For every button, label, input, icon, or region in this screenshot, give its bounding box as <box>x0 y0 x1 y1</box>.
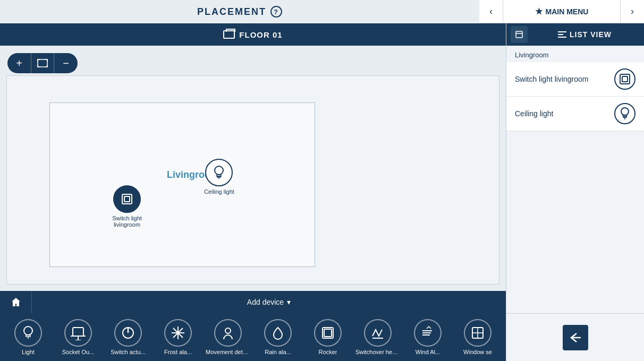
home-button[interactable] <box>0 291 32 313</box>
fit-icon <box>37 59 48 67</box>
svg-rect-2 <box>124 196 130 202</box>
device-ceiling-light[interactable]: Ceiling light <box>204 159 234 195</box>
placement-title: PLACEMENT ? <box>0 0 479 23</box>
tray-label-socket-outlet: Socket Ou... <box>62 349 95 355</box>
floor-icon <box>223 30 235 39</box>
tray-label-movement-detector: Movement detec... <box>206 349 250 355</box>
right-panel: LIST VIEW Livingroom Switch light living… <box>506 23 644 361</box>
canvas-area: Livingroom Switch light livingroom <box>6 75 499 285</box>
main-menu-button[interactable]: ★ MAIN MENU <box>503 0 621 23</box>
tray-circle-rocker <box>314 319 342 347</box>
list-item-switch-light-label: Switch light livingroom <box>515 75 614 83</box>
back-button[interactable] <box>563 325 588 350</box>
tray-item-light[interactable]: Light <box>4 319 52 355</box>
tray-item-wind-alarm[interactable]: Wind Al... <box>404 319 452 355</box>
tray-label-window-sensor: Window se <box>463 349 492 355</box>
tray-circle-switch-actuator <box>114 319 142 347</box>
list-view-header: LIST VIEW <box>530 30 640 39</box>
tray-item-socket-outlet[interactable]: Socket Ou... <box>54 319 102 355</box>
zoom-fit-button[interactable] <box>31 53 54 73</box>
svg-rect-31 <box>516 31 522 38</box>
list-item-ceiling-light[interactable]: Ceiling light <box>506 97 644 131</box>
bulb-device-circle <box>205 159 233 186</box>
list-item-ceiling-light-icon <box>614 103 635 124</box>
svg-point-20 <box>176 331 180 334</box>
svg-rect-33 <box>620 74 630 84</box>
svg-rect-0 <box>38 59 47 67</box>
tray-label-rain-alarm: Rain ala... <box>265 349 291 355</box>
device-ceiling-label: Ceiling light <box>204 188 234 195</box>
tray-item-window-sensor[interactable]: Window se <box>454 319 502 355</box>
tray-circle-movement-detector <box>214 319 242 347</box>
tray-circle-frost-alarm <box>164 319 192 347</box>
tray-circle-window-sensor <box>464 319 492 347</box>
list-item-switch-light[interactable]: Switch light livingroom <box>506 62 644 97</box>
switch-device-circle <box>113 185 141 213</box>
tray-item-movement-detector[interactable]: Movement detec... <box>204 319 252 355</box>
tray-circle-rain-alarm <box>264 319 292 347</box>
svg-rect-5 <box>217 176 221 177</box>
tray-item-rain-alarm[interactable]: Rain ala... <box>254 319 302 355</box>
add-device-label: Add device <box>247 298 284 306</box>
collapse-button[interactable] <box>511 26 528 43</box>
star-icon: ★ <box>535 6 543 16</box>
svg-point-3 <box>215 166 223 175</box>
tray-label-switch-actuator: Switch actu... <box>111 349 145 355</box>
tray-label-frost-alarm: Frost ala... <box>164 349 192 355</box>
tray-label-switchover-heating: Switchover heati... <box>355 349 400 355</box>
tray-label-light: Light <box>22 349 35 355</box>
svg-rect-34 <box>622 76 628 82</box>
tray-item-switch-actuator[interactable]: Switch actu... <box>104 319 152 355</box>
floor-label: FLOOR 01 <box>239 30 282 39</box>
device-switch-light-livingroom[interactable]: Switch light livingroom <box>106 185 148 228</box>
left-panel: FLOOR 01 + − <box>0 23 506 361</box>
right-header: LIST VIEW <box>506 23 644 46</box>
right-footer <box>506 313 644 361</box>
tray-item-switchover-heating[interactable]: Switchover heati... <box>354 319 402 355</box>
nav-prev-button[interactable]: ‹ <box>479 0 503 23</box>
room-livingroom: Livingroom Switch light livingroom <box>49 102 315 267</box>
svg-point-21 <box>225 328 231 333</box>
tray-circle-light <box>14 319 42 347</box>
tray-label-wind-alarm: Wind Al... <box>416 349 440 355</box>
add-device-button[interactable]: Add device ▾ <box>32 298 506 306</box>
help-button[interactable]: ? <box>270 6 282 18</box>
svg-rect-8 <box>26 335 30 337</box>
top-nav: ‹ ★ MAIN MENU › <box>479 0 644 23</box>
svg-rect-37 <box>624 117 626 118</box>
room-section-header: Livingroom <box>506 46 644 62</box>
bottom-bar: Add device ▾ <box>0 291 506 313</box>
zoom-in-button[interactable]: + <box>7 53 31 73</box>
list-item-switch-light-icon <box>614 68 635 90</box>
chevron-down-icon: ▾ <box>287 298 291 306</box>
right-content: Livingroom Switch light livingroom Ceili… <box>506 46 644 313</box>
device-tray: Light Socket Ou... <box>0 313 506 361</box>
tray-item-rocker[interactable]: Rocker <box>304 319 352 355</box>
tray-item-frost-alarm[interactable]: Frost ala... <box>154 319 202 355</box>
floor-header: FLOOR 01 <box>0 23 506 46</box>
nav-next-button[interactable]: › <box>621 0 644 23</box>
svg-point-35 <box>621 108 629 115</box>
svg-rect-10 <box>73 328 83 336</box>
device-switch-label: Switch light livingroom <box>106 215 148 228</box>
list-item-ceiling-light-label: Ceiling light <box>515 109 614 118</box>
main-layout: FLOOR 01 + − <box>0 23 644 361</box>
tray-circle-socket-outlet <box>64 319 92 347</box>
svg-point-7 <box>24 326 32 335</box>
svg-rect-1 <box>122 194 132 204</box>
zoom-controls: + − <box>7 53 78 73</box>
tray-label-rocker: Rocker <box>319 349 337 355</box>
zoom-out-button[interactable]: − <box>54 53 78 73</box>
list-view-icon <box>558 31 566 38</box>
svg-rect-23 <box>324 329 332 337</box>
tray-circle-switchover-heating <box>364 319 392 347</box>
tray-circle-wind-alarm <box>414 319 442 347</box>
placement-label: PLACEMENT <box>197 6 266 18</box>
